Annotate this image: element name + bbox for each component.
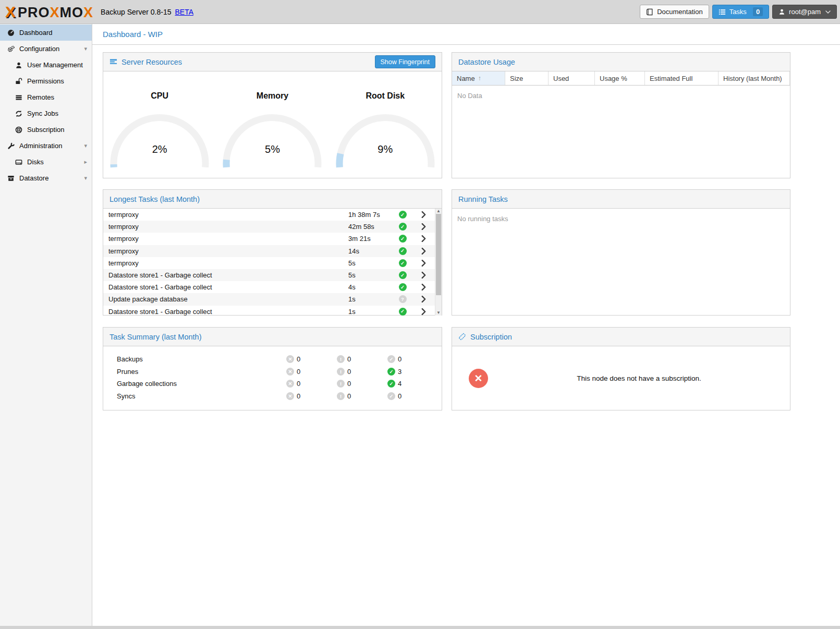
task-name: Update package database xyxy=(108,295,348,303)
sidebar-item-permissions[interactable]: Permissions xyxy=(0,73,92,89)
task-row[interactable]: termproxy5s✓ xyxy=(103,257,435,269)
scrollbar[interactable]: ▲ ▼ xyxy=(435,209,442,316)
gauge-memory: Memory 5% xyxy=(216,91,328,178)
task-duration: 42m 58s xyxy=(348,223,393,231)
task-row[interactable]: termproxy3m 21s✓ xyxy=(103,233,435,245)
sidebar-item-label: User Management xyxy=(27,61,83,69)
sidebar-item-subscription[interactable]: Subscription xyxy=(0,122,92,138)
datastore-table-header: Name↑SizeUsedUsage %Estimated FullHistor… xyxy=(452,71,790,86)
summary-ok-count: ✓3 xyxy=(387,368,442,376)
error-icon: ✕ xyxy=(286,380,294,388)
brand-segment: X xyxy=(50,6,60,20)
sidebar-item-label: Disks xyxy=(27,158,44,166)
sidebar-item-remotes[interactable]: Remotes xyxy=(0,89,92,105)
column-header-name[interactable]: Name↑ xyxy=(452,71,505,85)
column-header-usage[interactable]: Usage % xyxy=(595,71,645,85)
tasks-button[interactable]: Tasks 0 xyxy=(712,5,769,19)
column-header-size[interactable]: Size xyxy=(505,71,549,85)
column-label: History (last Month) xyxy=(723,75,782,82)
task-row[interactable]: Datastore store1 - Garbage collect5s✓ xyxy=(103,269,435,281)
chevron-right-icon[interactable] xyxy=(412,235,435,242)
beta-link[interactable]: BETA xyxy=(175,8,193,16)
scroll-down-arrow[interactable]: ▼ xyxy=(435,310,442,316)
count-value: 0 xyxy=(297,380,300,388)
sidebar-item-label: Datastore xyxy=(19,174,48,182)
task-duration: 5s xyxy=(348,271,393,279)
support-icon xyxy=(14,126,23,134)
sidebar-item-dashboard[interactable]: Dashboard xyxy=(0,25,92,41)
check-icon: ✓ xyxy=(387,380,395,388)
subscription-header: Subscription xyxy=(452,328,790,346)
warning-icon: ! xyxy=(337,368,345,376)
count-value: 0 xyxy=(297,368,300,376)
refresh-icon xyxy=(14,110,23,118)
chevron-right-icon[interactable] xyxy=(412,248,435,255)
chevron-down-icon[interactable]: ▾ xyxy=(84,143,87,149)
window-edge xyxy=(0,626,840,629)
documentation-label: Documentation xyxy=(657,8,702,16)
scroll-up-arrow[interactable]: ▲ xyxy=(435,209,442,214)
summary-row: Backups✕0!0✓0 xyxy=(103,353,442,366)
chevron-right-icon[interactable] xyxy=(412,223,435,230)
sidebar-item-datastore[interactable]: Datastore▾ xyxy=(0,170,92,186)
chevron-right-icon[interactable] xyxy=(412,296,435,303)
chevron-down-icon[interactable]: ▾ xyxy=(84,46,87,52)
show-fingerprint-button[interactable]: Show Fingerprint xyxy=(375,55,436,68)
column-label: Used xyxy=(553,75,569,82)
app-subtitle: Backup Server 0.8-15 xyxy=(101,8,171,16)
sidebar-item-label: Subscription xyxy=(27,126,65,134)
column-header-estimated-full[interactable]: Estimated Full xyxy=(645,71,719,85)
chevron-down-icon[interactable]: ▾ xyxy=(84,175,87,181)
chevron-right-icon[interactable] xyxy=(412,211,435,218)
gauge-arc: 9% xyxy=(333,113,437,170)
count-value: 0 xyxy=(398,355,401,363)
sidebar-item-sync-jobs[interactable]: Sync Jobs xyxy=(0,105,92,122)
user-menu-button[interactable]: root@pam xyxy=(772,5,837,19)
task-row[interactable]: termproxy42m 58s✓ xyxy=(103,221,435,233)
task-duration: 1s xyxy=(348,308,393,316)
error-icon: ✕ xyxy=(286,355,294,363)
longest-tasks-header: Longest Tasks (last Month) xyxy=(103,190,442,209)
sidebar-item-user-management[interactable]: User Management xyxy=(0,57,92,73)
chevron-right-icon[interactable]: ▸ xyxy=(84,159,87,165)
documentation-button[interactable]: Documentation xyxy=(640,5,709,19)
summary-row: Syncs✕0!0✓0 xyxy=(103,390,442,403)
task-row[interactable]: Datastore store1 - Garbage collect4s✓ xyxy=(103,281,435,293)
chevron-right-icon[interactable] xyxy=(412,272,435,279)
tachometer-icon xyxy=(6,29,15,37)
sidebar-item-disks[interactable]: Disks▸ xyxy=(0,154,92,170)
scrollbar-thumb[interactable] xyxy=(436,214,441,295)
page-title-bar: Dashboard - WIP xyxy=(92,24,840,45)
task-row[interactable]: termproxy1h 38m 7s✓ xyxy=(103,209,435,221)
proxmox-x-icon: X xyxy=(5,4,16,20)
count-value: 0 xyxy=(347,368,351,376)
gauge-label: Root Disk xyxy=(329,91,442,101)
user-icon xyxy=(14,61,23,69)
column-header-used[interactable]: Used xyxy=(549,71,595,85)
column-label: Name xyxy=(457,75,475,82)
task-name: termproxy xyxy=(108,211,348,219)
warning-icon: ! xyxy=(337,355,345,363)
task-row[interactable]: Datastore store1 - Garbage collect1s✓ xyxy=(103,306,435,316)
task-row[interactable]: termproxy14s✓ xyxy=(103,245,435,257)
gauge-arc: 5% xyxy=(220,113,324,170)
chevron-right-icon[interactable] xyxy=(412,284,435,291)
gauge-arc: 2% xyxy=(107,113,212,170)
brand-segment: X xyxy=(83,6,93,20)
archive-icon xyxy=(6,174,15,183)
chevron-right-icon[interactable] xyxy=(412,308,435,315)
sidebar-item-configuration[interactable]: Configuration▾ xyxy=(0,41,92,57)
column-header-history-last-month[interactable]: History (last Month) xyxy=(719,71,790,85)
unlock-icon xyxy=(14,77,23,86)
task-row[interactable]: Update package database1s? xyxy=(103,293,435,305)
chevron-right-icon[interactable] xyxy=(412,260,435,267)
status-ok-icon: ✓ xyxy=(393,223,412,231)
sidebar-item-administration[interactable]: Administration▾ xyxy=(0,138,92,154)
summary-error-count: ✕0 xyxy=(286,368,337,376)
status-ok-icon: ✓ xyxy=(393,235,412,243)
book-icon xyxy=(646,8,653,16)
panel-title: Server Resources xyxy=(121,58,182,66)
summary-ok-count: ✓4 xyxy=(387,380,442,388)
check-icon: ✓ xyxy=(387,368,395,376)
task-name: Datastore store1 - Garbage collect xyxy=(108,308,348,316)
